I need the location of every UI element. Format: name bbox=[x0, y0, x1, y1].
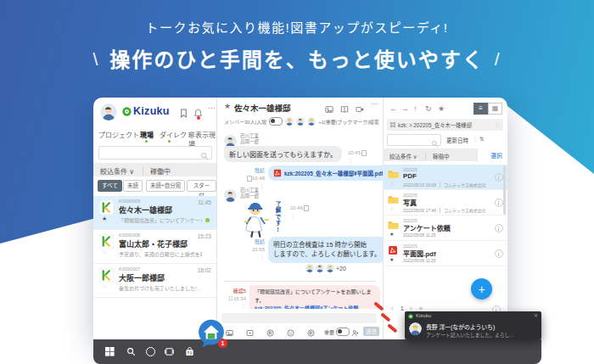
file-row-floorplan-pdf[interactable]: ★ 202205 平面図.pdf 2022/05/08 11:25 bbox=[383, 241, 507, 266]
room-star-icon[interactable]: ☆ bbox=[102, 283, 107, 290]
view-toggle: ≡ ▦ bbox=[474, 103, 502, 115]
message-input[interactable] bbox=[221, 313, 377, 323]
scrollbar[interactable] bbox=[503, 165, 506, 215]
tab-project[interactable]: プロジェクト bbox=[98, 130, 139, 139]
info-icon[interactable] bbox=[495, 249, 503, 258]
filter-value[interactable]: 稼働中 bbox=[425, 152, 450, 160]
reactions-row[interactable]: +20 bbox=[305, 264, 346, 272]
info-icon[interactable] bbox=[495, 224, 503, 232]
room-item-osaka[interactable]: ☆ K0000007 大阪一郎様邸 養生お片づけも完了いたしました!… 18:0… bbox=[93, 264, 216, 298]
file-row-photo-folder[interactable]: ☆ 202205 写真 2022/05/09 17:48コムテックス株式会社 bbox=[383, 190, 507, 216]
sort-order-icon[interactable]: ⇅ bbox=[479, 136, 484, 143]
info-icon[interactable] bbox=[495, 199, 503, 207]
file-star-icon[interactable]: ☆ bbox=[389, 180, 394, 186]
banner-title-row: \操作のひと手間を、もっと使いやすく/ bbox=[0, 43, 594, 73]
message-area: 石川工業高岡一郎 新しい図面を送ってもらえますか。 10:45 ⋮ 既読 10:… bbox=[217, 130, 383, 309]
message-kebab-icon[interactable]: ⋮ bbox=[241, 304, 247, 309]
bookmark-icon[interactable] bbox=[179, 106, 188, 121]
kizuku-taskbar-icon[interactable]: 1 bbox=[197, 319, 226, 348]
kizuku-k-icon bbox=[99, 268, 114, 283]
message-bubble-outgoing[interactable]: 明日の立合検査は 15 時から開始しますので、よろしくお願いします。 bbox=[268, 237, 383, 263]
grid-view-button[interactable]: ▦ bbox=[488, 103, 502, 115]
store-icon[interactable] bbox=[185, 347, 194, 356]
chat-header-links[interactable]: +1|重要|ブックマーク|検索 bbox=[318, 118, 379, 126]
notifications-bell-icon[interactable] bbox=[193, 106, 203, 121]
room-item-sasaki[interactable]: ★ K0000009 佐々木一雄様邸 「現場環境改善」についてアンケートをお願い… bbox=[93, 196, 216, 230]
task-view-icon[interactable] bbox=[165, 347, 174, 356]
chat-more-icon[interactable]: ⋯ bbox=[371, 100, 378, 108]
flag-icon bbox=[361, 150, 367, 156]
send-button[interactable]: 送信 bbox=[363, 327, 379, 336]
room-name: 富山太郎・花子様邸 bbox=[119, 238, 188, 249]
separator: | bbox=[474, 135, 476, 141]
file-row-survey-folder[interactable]: ★ 202205 アンケート依頼 2022/05/08 11:25 bbox=[383, 216, 507, 241]
file-row-pdf-folder[interactable]: ☆ 202205 PDF 2022/05/10 10:08コムテックス株式会社 bbox=[383, 165, 507, 190]
tab-genba[interactable]: 現場 bbox=[140, 130, 154, 139]
video-call-icon[interactable] bbox=[356, 102, 364, 117]
message-kebab-icon[interactable]: ⋮ bbox=[348, 158, 354, 164]
entry-toggle[interactable] bbox=[269, 117, 283, 126]
file-star-icon[interactable]: ☆ bbox=[389, 205, 394, 211]
filter-condition-dropdown[interactable]: 絞込条件 ∨ bbox=[100, 166, 134, 176]
list-view-button[interactable]: ≡ bbox=[474, 103, 488, 115]
room-star-icon[interactable]: ☆ bbox=[102, 249, 107, 256]
file-star-icon[interactable]: ★ bbox=[389, 231, 394, 237]
nav-up-icon[interactable]: ↑ bbox=[413, 104, 417, 113]
page-next-icon[interactable]: › bbox=[410, 305, 412, 311]
nav-favorite-icon[interactable]: ★ bbox=[438, 104, 445, 113]
select-link[interactable]: 選択 bbox=[490, 151, 502, 160]
toast-app-name: Kizuku bbox=[416, 313, 431, 318]
toast-message: アンケート記入いたしました。よろし… bbox=[426, 331, 514, 339]
files-panel: ← → ↑ ↻ ★ ≡ ▦ kzk: > 202205_佐々木一雄様邸 ☆ 更新… bbox=[383, 98, 507, 339]
screenshot-root: トークお気に入り機能!図書アップがスピーディ! \操作のひと手間を、もっと使いや… bbox=[0, 0, 594, 364]
filter-value[interactable]: 稼働中 bbox=[143, 166, 171, 176]
files-search-input[interactable] bbox=[387, 134, 441, 146]
page-prev-icon[interactable]: ‹ bbox=[391, 305, 393, 311]
message-kebab-icon[interactable]: ⋮ bbox=[260, 183, 266, 189]
message-kebab-icon[interactable]: ⋮ bbox=[290, 213, 296, 219]
member-entry-label[interactable]: メンバー30人|入場 bbox=[224, 118, 266, 126]
file-link[interactable]: kzk:202205_佐々木一雄様邸¥平面図.pdf bbox=[284, 170, 383, 177]
message-bubble-incoming[interactable]: 新しい図面を送ってもらえますか。 bbox=[224, 146, 342, 162]
photos-panel-icon[interactable] bbox=[325, 102, 333, 117]
user-avatar[interactable] bbox=[100, 104, 117, 120]
toast-close-icon[interactable]: ✕ bbox=[534, 312, 538, 318]
cortana-icon[interactable] bbox=[146, 347, 155, 356]
desktop-toast-notification[interactable]: Kizuku ✕ 長野 洋一(ながのよういち) アンケート記入いたしました。よろ… bbox=[405, 311, 541, 339]
taskbar-search-icon[interactable] bbox=[126, 347, 136, 356]
message-kebab-icon[interactable]: ⋮ bbox=[260, 255, 266, 260]
more-menu-icon[interactable]: ⋯ bbox=[208, 104, 215, 112]
windows-start-icon[interactable] bbox=[105, 347, 115, 356]
room-star-icon[interactable]: ★ bbox=[102, 216, 107, 222]
chip-all[interactable]: すべて bbox=[98, 180, 122, 192]
library-icon[interactable] bbox=[340, 102, 349, 117]
favorite-star-icon[interactable]: ★ bbox=[224, 102, 231, 110]
chip-unread-mine[interactable]: 未読+自分宛 bbox=[146, 180, 185, 192]
file-star-icon[interactable]: ★ bbox=[389, 256, 394, 262]
breadcrumb[interactable]: kzk: > 202205_佐々木一雄様邸 ☆ bbox=[387, 119, 503, 131]
sticker-message[interactable]: 了解です! bbox=[243, 201, 282, 238]
nav-forward-icon[interactable]: → bbox=[401, 104, 409, 113]
decor-slash-right: / bbox=[495, 49, 502, 69]
search-icon bbox=[200, 148, 209, 164]
message-meta: 既読 15:55 ⋮ bbox=[243, 238, 265, 262]
message-bubble-file[interactable]: kzk:202205_佐々木一雄様邸¥平面図.pdf bbox=[268, 165, 383, 181]
nav-refresh-icon[interactable]: ↻ bbox=[425, 104, 432, 113]
file-link[interactable]: kzk:202205_佐々木一雄様邸¥アンケート依頼 bbox=[255, 305, 358, 309]
sidebar-search-input[interactable] bbox=[98, 146, 212, 160]
info-icon[interactable] bbox=[495, 173, 503, 182]
announcement-text: 「現場環境改善」についてアンケートをお願いします。 bbox=[255, 289, 372, 303]
add-file-button[interactable]: + bbox=[471, 278, 492, 300]
message-bubble-announcement[interactable]: 「現場環境改善」についてアンケートをお願いします。 kzk:202205_佐々木… bbox=[249, 285, 380, 309]
chip-starred[interactable]: スター付 bbox=[187, 180, 216, 192]
page-number[interactable]: 1 bbox=[401, 305, 404, 311]
room-name: 大阪一郎様邸 bbox=[119, 272, 165, 283]
sticker-text: 了解です! bbox=[273, 201, 282, 233]
sort-dropdown[interactable]: 更新日時 bbox=[446, 136, 468, 144]
chip-unread[interactable]: 未読 bbox=[123, 180, 143, 192]
room-item-tomiyama[interactable]: ☆ K0000008 富山太郎・花子様邸 予定通り、来週の日曜日に上棟式を執り行… bbox=[93, 230, 216, 264]
nav-back-icon[interactable]: ← bbox=[389, 104, 397, 113]
page-last-icon[interactable]: » bbox=[419, 305, 423, 311]
app-logo: Kizuku bbox=[122, 105, 170, 117]
filter-condition-dropdown[interactable]: 絞込条件 ∨ bbox=[389, 152, 417, 160]
